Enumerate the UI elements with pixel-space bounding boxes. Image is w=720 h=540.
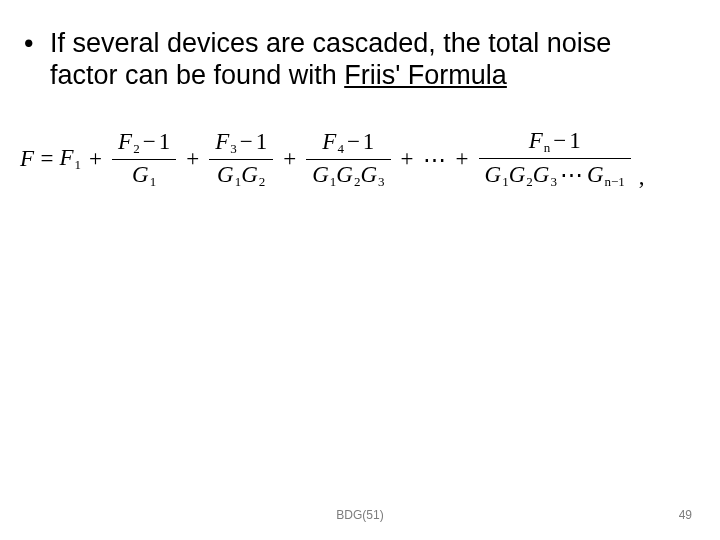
page-number: 49 — [679, 508, 692, 522]
sym: G — [509, 162, 526, 187]
plus-2: + — [180, 146, 205, 172]
sub: 3 — [377, 174, 385, 189]
sym: G — [312, 162, 329, 187]
minus: − — [237, 129, 256, 154]
frac-1-den: G1 — [126, 160, 162, 192]
sym: G — [336, 162, 353, 187]
frac-1-num: F2−1 — [112, 127, 176, 159]
footer-center: BDG(51) — [0, 508, 720, 522]
frac-3-num: F4−1 — [316, 127, 380, 159]
one: 1 — [159, 129, 171, 154]
sub: 1 — [501, 174, 509, 189]
frac-2-num: F3−1 — [209, 127, 273, 159]
slide: • If several devices are cascaded, the t… — [0, 0, 720, 540]
minus: − — [140, 129, 159, 154]
friis-formula: F = F1 + F2−1 G1 + F3−1 G1G2 + — [20, 118, 710, 200]
sub: 2 — [525, 174, 533, 189]
term-f1: F1 — [58, 145, 84, 173]
sub: 2 — [132, 141, 140, 156]
sub: 2 — [258, 174, 266, 189]
ellipsis: ⋯ — [420, 146, 450, 173]
frac-2: F3−1 G1G2 — [205, 127, 277, 192]
sym: G — [132, 162, 149, 187]
sym: F — [529, 128, 543, 153]
frac-3: F4−1 G1G2G3 — [302, 127, 394, 192]
frac-n: Fn−1 G1G2G3⋯Gn−1 — [475, 126, 635, 192]
frac-2-den: G1G2 — [211, 160, 271, 192]
sym: F — [322, 129, 336, 154]
sub-1: 1 — [74, 157, 82, 172]
sym: F — [215, 129, 229, 154]
sub: 4 — [336, 141, 344, 156]
sym: G — [241, 162, 258, 187]
sym: G — [360, 162, 377, 187]
sub: n−1 — [604, 174, 625, 189]
bullet-item: • If several devices are cascaded, the t… — [24, 28, 680, 92]
bullet-text-plain: If several devices are cascaded, the tot… — [50, 28, 611, 90]
frac-n-den: G1G2G3⋯Gn−1 — [479, 159, 631, 192]
sym: G — [217, 162, 234, 187]
formula-trailing-comma: , — [635, 164, 645, 190]
sym: G — [485, 162, 502, 187]
plus-3: + — [277, 146, 302, 172]
plus-1: + — [83, 146, 108, 172]
plus-5: + — [450, 146, 475, 172]
sym-f: F — [60, 145, 74, 170]
sub: 1 — [149, 174, 157, 189]
sym: F — [118, 129, 132, 154]
den-ellipsis: ⋯ — [557, 162, 587, 187]
plus-4: + — [395, 146, 420, 172]
sub: 3 — [229, 141, 237, 156]
sym: G — [587, 162, 604, 187]
one: 1 — [363, 129, 375, 154]
one: 1 — [569, 128, 581, 153]
formula-lhs: F — [20, 146, 41, 172]
friis-formula-link[interactable]: Friis' Formula — [344, 60, 507, 90]
sub: 3 — [549, 174, 557, 189]
minus: − — [550, 128, 569, 153]
equals-sign: = — [41, 146, 58, 172]
one: 1 — [256, 129, 268, 154]
frac-1: F2−1 G1 — [108, 127, 180, 192]
bullet-marker: • — [24, 28, 50, 92]
bullet-text: If several devices are cascaded, the tot… — [50, 28, 680, 92]
sym: G — [533, 162, 550, 187]
frac-3-den: G1G2G3 — [306, 160, 390, 192]
frac-n-num: Fn−1 — [523, 126, 587, 158]
minus: − — [344, 129, 363, 154]
